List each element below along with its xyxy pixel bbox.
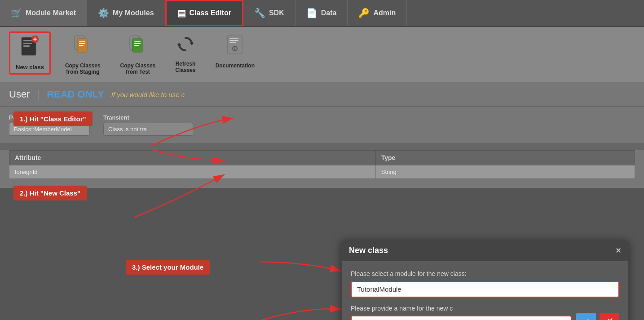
nav-sdk-label: SDK (269, 9, 284, 17)
modal-close-button[interactable]: × (616, 245, 621, 256)
annotation-step3: 3.) Select your Module (126, 260, 210, 275)
svg-rect-22 (229, 42, 236, 43)
documentation-label: Documentation (216, 62, 255, 69)
svg-rect-14 (134, 41, 141, 42)
fields-row: Parent Class Basics::MemberModel Transie… (0, 107, 644, 143)
refresh-icon (176, 34, 195, 58)
nav-data[interactable]: 📄 Data (296, 0, 348, 26)
toolbar: New class Copy Classesfrom Staging (0, 27, 644, 82)
readonly-badge: READ ONLY (47, 89, 104, 100)
confirm-icon: ✓ (582, 316, 591, 320)
table-row: foreignId String (9, 165, 635, 179)
modal-actions: ✓ ✗ (576, 313, 619, 320)
attribute-type: String (375, 165, 635, 179)
svg-rect-2 (23, 43, 32, 44)
documentation-button[interactable]: Documentation (210, 31, 260, 71)
nav-my-modules-label: My Modules (113, 9, 154, 17)
svg-rect-25 (234, 48, 235, 50)
market-icon: 🛒 (11, 8, 22, 18)
refresh-classes-button[interactable]: RefreshClasses (170, 31, 201, 76)
svg-rect-15 (134, 43, 141, 44)
nav-class-editor[interactable]: ▤ Class Editor (165, 0, 243, 26)
svg-rect-10 (79, 43, 85, 44)
documentation-icon (225, 34, 245, 60)
user-label: User (9, 89, 30, 100)
nav-sdk[interactable]: 🔧 SDK (243, 0, 296, 26)
annotation-step1: 1.) Hit "Class Editor" (13, 111, 93, 126)
modules-icon: ⚙️ (98, 8, 109, 18)
new-class-label: New class (16, 64, 44, 71)
new-class-icon (20, 36, 40, 61)
modal-title: New class (349, 246, 388, 255)
nav-class-editor-label: Class Editor (190, 9, 231, 17)
attribute-name: foreignId (9, 165, 376, 179)
svg-rect-21 (229, 40, 238, 41)
cancel-button[interactable]: ✗ (600, 313, 619, 320)
svg-rect-11 (79, 45, 84, 46)
copy-test-icon (128, 34, 148, 60)
module-select-label: Please select a module for the new class… (351, 270, 619, 277)
svg-rect-16 (134, 45, 139, 46)
module-value-field[interactable]: TutorialModule (351, 281, 619, 298)
nav-module-market[interactable]: 🛒 Module Market (0, 0, 87, 26)
annotation-step2: 2.) Hit "New Class" (13, 186, 87, 200)
class-editor-icon: ▤ (177, 8, 186, 18)
copy-from-staging-button[interactable]: Copy Classesfrom Staging (60, 31, 106, 78)
svg-rect-24 (234, 47, 235, 48)
cancel-icon: ✗ (605, 316, 614, 320)
top-nav: 🛒 Module Market ⚙️ My Modules ▤ Class Ed… (0, 0, 644, 27)
attributes-section: Attribute Type foreignId String (0, 150, 644, 188)
copy-from-test-button[interactable]: Copy Classesfrom Test (115, 31, 161, 78)
name-field-group: Please provide a name for the new c ⊗ (351, 305, 572, 320)
data-icon: 📄 (306, 8, 318, 18)
modal-body: Please select a module for the new class… (342, 261, 628, 320)
name-select-label: Please provide a name for the new c (351, 305, 572, 312)
copy-staging-label: Copy Classesfrom Staging (65, 62, 101, 75)
attributes-table: Attribute Type foreignId String (9, 150, 635, 179)
admin-icon: 🔑 (358, 8, 370, 18)
attribute-column-header: Attribute (9, 151, 376, 165)
nav-admin[interactable]: 🔑 Admin (348, 0, 407, 26)
svg-rect-9 (79, 41, 85, 42)
name-input[interactable] (352, 316, 558, 320)
refresh-label: RefreshClasses (175, 61, 195, 73)
name-row: Please provide a name for the new c ⊗ ✓ … (351, 304, 619, 320)
svg-rect-6 (35, 37, 35, 41)
new-class-modal: New class × Please select a module for t… (341, 240, 629, 320)
type-column-header: Type (375, 151, 635, 165)
transient-label: Transient (103, 114, 193, 121)
nav-admin-label: Admin (373, 9, 396, 17)
transient-input[interactable] (103, 123, 193, 136)
svg-rect-3 (23, 45, 30, 47)
sdk-icon: 🔧 (254, 8, 265, 18)
new-class-button[interactable]: New class (9, 31, 51, 75)
transient-group: Transient (103, 114, 193, 136)
copy-staging-icon (73, 34, 93, 60)
nav-module-market-label: Module Market (26, 9, 76, 17)
copy-test-label: Copy Classesfrom Test (120, 62, 156, 75)
svg-rect-20 (229, 38, 238, 39)
divider: | (37, 89, 40, 100)
name-input-wrapper: ⊗ (351, 316, 572, 320)
svg-rect-1 (23, 40, 32, 41)
confirm-button[interactable]: ✓ (576, 313, 596, 320)
nav-data-label: Data (321, 9, 337, 17)
nav-my-modules[interactable]: ⚙️ My Modules (87, 0, 165, 26)
readonly-header: User | READ ONLY If you would like to us… (0, 82, 644, 107)
readonly-note: If you would like to use c (111, 91, 185, 98)
modal-header: New class × (342, 240, 628, 261)
